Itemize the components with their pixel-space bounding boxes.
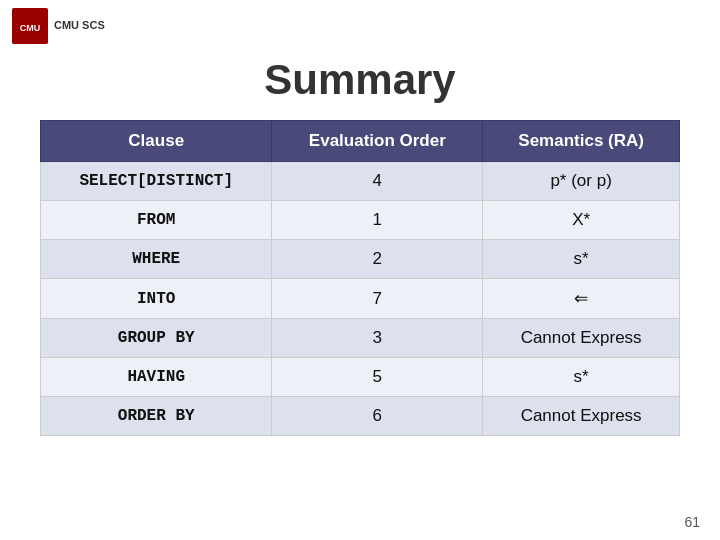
cell-order: 2	[272, 240, 483, 279]
cell-semantics: p* (or p)	[483, 162, 680, 201]
cell-semantics: Cannot Express	[483, 397, 680, 436]
cell-order: 5	[272, 358, 483, 397]
cell-order: 1	[272, 201, 483, 240]
cell-order: 3	[272, 319, 483, 358]
table-row: GROUP BY3Cannot Express	[41, 319, 680, 358]
cell-order: 7	[272, 279, 483, 319]
page-title: Summary	[40, 56, 680, 104]
table-header-row: Clause Evaluation Order Semantics (RA)	[41, 121, 680, 162]
table-row: ORDER BY6Cannot Express	[41, 397, 680, 436]
col-semantics: Semantics (RA)	[483, 121, 680, 162]
cell-clause: WHERE	[41, 240, 272, 279]
cell-clause: ORDER BY	[41, 397, 272, 436]
summary-table: Clause Evaluation Order Semantics (RA) S…	[40, 120, 680, 436]
cell-clause: INTO	[41, 279, 272, 319]
cell-semantics: s*	[483, 358, 680, 397]
page-number: 61	[684, 514, 700, 530]
cell-order: 4	[272, 162, 483, 201]
table-row: FROM1X*	[41, 201, 680, 240]
table-row: WHERE2s*	[41, 240, 680, 279]
cell-clause: SELECT[DISTINCT]	[41, 162, 272, 201]
col-evaluation-order: Evaluation Order	[272, 121, 483, 162]
svg-text:CMU: CMU	[20, 23, 41, 33]
table-row: HAVING5s*	[41, 358, 680, 397]
cell-clause: GROUP BY	[41, 319, 272, 358]
table-row: SELECT[DISTINCT]4p* (or p)	[41, 162, 680, 201]
main-content: Summary Clause Evaluation Order Semantic…	[0, 56, 720, 436]
cell-order: 6	[272, 397, 483, 436]
col-clause: Clause	[41, 121, 272, 162]
cell-clause: FROM	[41, 201, 272, 240]
cell-semantics: s*	[483, 240, 680, 279]
logo-text: CMU SCS	[54, 19, 105, 32]
logo-area: CMU CMU SCS	[12, 8, 105, 44]
header: CMU CMU SCS	[0, 0, 720, 52]
cmu-logo-icon: CMU	[12, 8, 48, 44]
table-row: INTO7⇐	[41, 279, 680, 319]
cell-semantics: ⇐	[483, 279, 680, 319]
cell-semantics: X*	[483, 201, 680, 240]
cell-semantics: Cannot Express	[483, 319, 680, 358]
cell-clause: HAVING	[41, 358, 272, 397]
